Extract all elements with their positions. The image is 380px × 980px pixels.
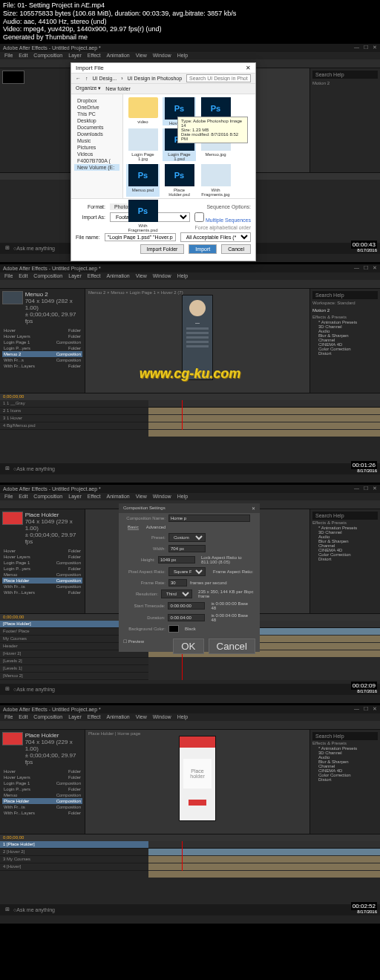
minimize-icon[interactable]: — bbox=[354, 45, 359, 50]
menu-edit[interactable]: Edit bbox=[19, 273, 27, 278]
viewer-tab[interactable]: Hover 2 (7) bbox=[161, 290, 183, 295]
close-icon[interactable]: ✕ bbox=[252, 506, 255, 511]
viewer-tab[interactable]: Home page bbox=[117, 731, 140, 736]
menu-effect[interactable]: Effect bbox=[88, 714, 101, 719]
cancel-button[interactable]: Cancel bbox=[221, 244, 251, 254]
preset-select[interactable]: Custom bbox=[168, 533, 206, 542]
menu-window[interactable]: Window bbox=[153, 494, 171, 499]
project-item[interactable]: HoverFolder bbox=[2, 768, 82, 774]
effects-presets-panel[interactable]: Effects & Presets bbox=[312, 520, 378, 526]
project-item[interactable]: Login P...yersFolder bbox=[2, 345, 82, 351]
menu-edit[interactable]: Edit bbox=[19, 714, 27, 719]
search-help[interactable]: Search Help bbox=[315, 734, 344, 739]
menu-help[interactable]: Help bbox=[177, 494, 188, 499]
project-item[interactable]: With Fr...LayersFolder bbox=[2, 589, 82, 595]
menu-layer[interactable]: Layer bbox=[68, 53, 82, 58]
filter-select[interactable]: All Acceptable Files (*.prproj;* bbox=[180, 232, 251, 242]
width-input[interactable] bbox=[168, 545, 206, 552]
tree-item[interactable]: F4007B700A ( bbox=[74, 157, 119, 164]
menu-file[interactable]: File bbox=[4, 714, 13, 719]
project-item[interactable]: Login Page 1Composition bbox=[2, 339, 82, 345]
project-item[interactable]: Login Page 1Composition bbox=[2, 780, 82, 786]
close-icon[interactable]: ✕ bbox=[373, 45, 377, 50]
timeline-panel[interactable]: 0;00;00;00 1 1 __Gray 2 1 Icons 3 1 Hove… bbox=[0, 393, 380, 463]
file-item[interactable]: PsPlace Holder.psd bbox=[163, 164, 196, 197]
composition-viewer[interactable]: Place Holder | Home page Place holder bbox=[85, 730, 309, 834]
start-icon[interactable]: ⊞ bbox=[3, 905, 12, 914]
menu-view[interactable]: View bbox=[136, 494, 147, 499]
project-item[interactable]: MenuoComposition bbox=[2, 572, 82, 578]
import-button[interactable]: Import bbox=[189, 244, 217, 254]
menu-layer[interactable]: Layer bbox=[68, 273, 82, 278]
par-select[interactable]: Square Pixels bbox=[168, 567, 206, 576]
project-item[interactable]: With Fr...tsComposition bbox=[2, 804, 82, 810]
search-help[interactable]: Search Help bbox=[315, 293, 344, 298]
tree-item[interactable]: Music bbox=[74, 137, 119, 144]
tree-item[interactable]: Downloads bbox=[74, 131, 119, 137]
maximize-icon[interactable]: ☐ bbox=[364, 706, 368, 712]
project-item[interactable]: With Fr...tsComposition bbox=[2, 584, 82, 589]
path-crumb[interactable]: UI Design in Photoshop bbox=[128, 76, 183, 81]
preset-item[interactable]: Distort bbox=[312, 557, 378, 561]
maximize-icon[interactable]: ☐ bbox=[364, 45, 368, 50]
effects-presets-panel[interactable]: Effects & Presets bbox=[312, 740, 378, 746]
file-item[interactable]: PsMenuo.psd bbox=[126, 164, 160, 197]
start-timecode-input[interactable] bbox=[168, 602, 205, 610]
start-icon[interactable]: ⊞ bbox=[3, 464, 12, 473]
framerate-input[interactable] bbox=[168, 579, 187, 587]
file-item[interactable]: video bbox=[126, 97, 160, 125]
menu-effect[interactable]: Effect bbox=[88, 53, 101, 58]
ok-button[interactable]: OK bbox=[173, 638, 203, 654]
layer-row[interactable]: 2 1 Icons bbox=[0, 408, 148, 415]
search-help[interactable]: Search Help bbox=[315, 513, 344, 518]
search-help[interactable]: Search Help bbox=[315, 72, 344, 77]
maximize-icon[interactable]: ☐ bbox=[364, 265, 368, 271]
preset-item[interactable]: Distort bbox=[312, 777, 378, 782]
viewer-tab[interactable]: Login Page 1 bbox=[129, 290, 155, 295]
preview-checkbox[interactable]: ☐ Preview bbox=[123, 638, 144, 654]
minimize-icon[interactable]: — bbox=[354, 265, 359, 271]
viewer-tab[interactable]: Place Holder bbox=[88, 731, 114, 736]
layer-row[interactable]: 1 1 __Gray bbox=[0, 400, 148, 408]
menu-edit[interactable]: Edit bbox=[19, 494, 27, 499]
menu-window[interactable]: Window bbox=[153, 53, 171, 58]
minimize-icon[interactable]: — bbox=[354, 706, 359, 712]
cancel-button[interactable]: Cancel bbox=[209, 638, 256, 654]
workspace-select[interactable]: Standard bbox=[337, 301, 355, 305]
close-icon[interactable]: ✕ bbox=[373, 486, 377, 491]
project-item[interactable]: With Fr...LayersFolder bbox=[2, 810, 82, 816]
menu-view[interactable]: View bbox=[136, 273, 147, 278]
tree-item[interactable]: Dropbox bbox=[74, 97, 119, 104]
path-crumb[interactable]: UI Desig... bbox=[93, 76, 117, 81]
tab-advanced[interactable]: Advanced bbox=[146, 525, 166, 529]
project-item[interactable]: With Fr...LayersFolder bbox=[2, 363, 82, 369]
menu-composition[interactable]: Composition bbox=[33, 53, 62, 58]
current-time[interactable]: 0;00;00;00 bbox=[3, 394, 24, 399]
project-item[interactable]: Hover LayersFolder bbox=[2, 554, 82, 560]
menu-animation[interactable]: Animation bbox=[107, 714, 130, 719]
cortana-search[interactable]: ○ Ask me anything bbox=[13, 464, 73, 473]
project-item[interactable]: Login Page 1Composition bbox=[2, 560, 82, 566]
new-folder-button[interactable]: New folder bbox=[105, 86, 130, 91]
cortana-search[interactable]: ○ Ask me anything bbox=[13, 685, 73, 693]
menu-animation[interactable]: Animation bbox=[107, 494, 130, 499]
close-icon[interactable]: ✕ bbox=[246, 65, 251, 71]
menu-edit[interactable]: Edit bbox=[19, 53, 27, 58]
menu-animation[interactable]: Animation bbox=[107, 273, 130, 278]
duration-input[interactable] bbox=[168, 614, 205, 621]
current-time[interactable]: 0;00;00;00 bbox=[3, 835, 24, 840]
menu-window[interactable]: Window bbox=[153, 273, 171, 278]
tree-item[interactable]: This PC bbox=[74, 111, 119, 117]
project-item[interactable]: Login P...yersFolder bbox=[2, 566, 82, 572]
layer-row[interactable]: [Levels 1] bbox=[0, 665, 148, 673]
viewer-tab[interactable]: Menuo 2 bbox=[88, 290, 105, 295]
project-item[interactable]: HoverFolder bbox=[2, 548, 82, 554]
filename-input[interactable] bbox=[105, 233, 176, 241]
menu-effect[interactable]: Effect bbox=[88, 273, 101, 278]
height-input[interactable] bbox=[158, 556, 195, 564]
comp-name-input[interactable] bbox=[168, 514, 250, 522]
timeline-panel[interactable]: 0;00;00;00 1 [Place Holder] 2 [Hover 2] … bbox=[0, 834, 380, 904]
layer-row[interactable]: 3 My Courses bbox=[0, 856, 148, 863]
menu-file[interactable]: File bbox=[4, 273, 13, 278]
menu-layer[interactable]: Layer bbox=[68, 494, 82, 499]
